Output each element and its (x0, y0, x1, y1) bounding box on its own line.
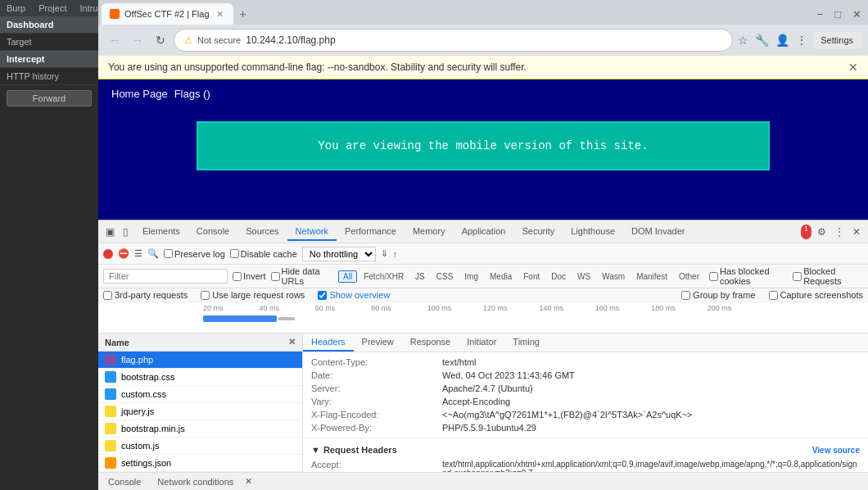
filter-wasm[interactable]: Wasm (597, 270, 630, 283)
extension-icon[interactable]: 🔧 (753, 32, 771, 48)
back-button[interactable]: ← (105, 30, 124, 50)
subtab-initiator[interactable]: Initiator (459, 333, 504, 352)
file-item-customcss[interactable]: custom.css (98, 386, 302, 403)
tab-network[interactable]: Network (287, 223, 337, 241)
bottom-close-icon[interactable]: ✕ (245, 476, 252, 487)
record-button[interactable] (103, 249, 113, 259)
sidebar-item-http-history[interactable]: HTTP history (0, 68, 98, 85)
tab-application[interactable]: Application (454, 223, 514, 241)
x-powered-key: X-Powered-By: (311, 423, 442, 433)
warning-close-button[interactable]: ✕ (848, 61, 858, 74)
timeline-label-100: 100 ms (427, 304, 483, 312)
view-source-link[interactable]: View source (812, 446, 860, 455)
tab-console[interactable]: Console (188, 223, 237, 241)
webpage-nav-flags[interactable]: Flags () (174, 86, 217, 102)
tab-memory[interactable]: Memory (405, 223, 454, 241)
filter-css[interactable]: CSS (432, 270, 459, 283)
subtab-response[interactable]: Response (402, 333, 459, 352)
filter-input[interactable] (103, 269, 228, 284)
devtools-settings-icon[interactable]: ⚙ (815, 225, 829, 239)
blocked-requests-checkbox[interactable]: Blocked Requests (793, 266, 863, 286)
bottom-tab-console[interactable]: Console (103, 475, 146, 488)
search-button[interactable]: 🔍 (147, 248, 159, 259)
has-blocked-cookies-checkbox[interactable]: Has blocked cookies (709, 266, 788, 286)
capture-screenshots-checkbox[interactable]: Capture screenshots (769, 290, 864, 300)
url-input[interactable] (246, 34, 722, 46)
address-bar-wrapper[interactable]: ⚠ Not secure (174, 29, 733, 52)
filter-font[interactable]: Font (518, 270, 545, 283)
filter-js[interactable]: JS (410, 270, 430, 283)
filter-fetchxhr[interactable]: Fetch/XHR (359, 270, 409, 283)
filter-ws[interactable]: WS (572, 270, 595, 283)
new-tab-button[interactable]: + (237, 7, 250, 20)
filter-img[interactable]: Img (459, 270, 483, 283)
large-requests-checkbox[interactable]: Use large request rows (201, 290, 305, 300)
filter-media[interactable]: Media (485, 270, 517, 283)
devtools-tabs: Elements Console Sources Network Perform… (134, 223, 796, 241)
show-overview-checkbox[interactable]: Show overview (318, 290, 390, 300)
clear-button[interactable]: ⛔ (118, 248, 129, 259)
sidebar-item-intercept[interactable]: Intercept (0, 51, 98, 68)
devtools-inspect-icon[interactable]: ▣ (103, 225, 117, 239)
preserve-log-checkbox[interactable]: Preserve log (164, 249, 225, 259)
minimize-button[interactable]: − (814, 7, 827, 22)
third-party-checkbox[interactable]: 3rd-party requests (103, 290, 188, 300)
filter-all[interactable]: All (338, 270, 357, 283)
sidebar-item-target[interactable]: Target (0, 34, 98, 51)
file-item-bootstrapcss[interactable]: bootstrap.css (98, 369, 302, 386)
bottom-tab-network-conditions[interactable]: Network conditions (152, 475, 238, 488)
file-icon-json (105, 457, 116, 469)
throttle-select[interactable]: No throttling (302, 247, 376, 261)
files-panel-close-button[interactable]: ✕ (288, 337, 296, 347)
subtab-timing[interactable]: Timing (504, 333, 548, 352)
tab-close-button[interactable]: ✕ (215, 9, 225, 20)
file-item-settingsjson[interactable]: settings.json (98, 455, 302, 472)
filter-bar: Invert Hide data URLs All Fetch/XHR JS C… (98, 265, 868, 288)
subtab-preview[interactable]: Preview (354, 333, 402, 352)
devtools-close-icon[interactable]: ✕ (850, 225, 863, 239)
filter-manifest[interactable]: Manifest (631, 270, 672, 283)
import-icon[interactable]: ⇓ (381, 248, 388, 259)
forward-button[interactable]: Forward (7, 90, 92, 107)
file-name-bootstrapminjs: bootstrap.min.js (121, 424, 185, 433)
burp-menu-burp[interactable]: Burp (3, 2, 29, 15)
timeline-label-120: 120 ms (483, 304, 539, 312)
filter-doc[interactable]: Doc (546, 270, 571, 283)
burp-menu-project[interactable]: Project (35, 2, 70, 15)
network-toolbar: ⛔ ☰ 🔍 Preserve log Disable cache No thro… (98, 243, 868, 265)
vary-key: Vary: (311, 397, 442, 406)
maximize-button[interactable]: □ (831, 7, 844, 22)
devtools-device-icon[interactable]: ▯ (120, 225, 131, 239)
file-item-jqueryjs[interactable]: jquery.js (98, 403, 302, 420)
profile-icon[interactable]: 👤 (774, 32, 791, 48)
tab-lighthouse[interactable]: Lighthouse (563, 223, 623, 241)
close-window-button[interactable]: ✕ (849, 7, 865, 22)
hide-data-urls-checkbox[interactable]: Hide data URLs (271, 266, 334, 286)
disable-cache-checkbox[interactable]: Disable cache (230, 249, 297, 259)
reload-button[interactable]: ↻ (151, 30, 170, 50)
settings-button[interactable]: Settings (812, 32, 861, 48)
file-icon-js2 (105, 423, 116, 434)
filter-icon[interactable]: ☰ (134, 248, 142, 259)
menu-icon[interactable]: ⋮ (794, 32, 809, 48)
tab-security[interactable]: Security (513, 223, 563, 241)
filter-other[interactable]: Other (674, 270, 704, 283)
group-by-frame-checkbox[interactable]: Group by frame (681, 290, 755, 300)
tab-elements[interactable]: Elements (134, 223, 188, 241)
invert-checkbox[interactable]: Invert (233, 271, 266, 281)
webpage-nav-home[interactable]: Home Page (111, 86, 174, 102)
options-row: 3rd-party requests Use large request row… (98, 288, 868, 302)
file-item-bootstrapminjs[interactable]: bootstrap.min.js (98, 420, 302, 438)
devtools-more-icon[interactable]: ⋮ (832, 225, 847, 239)
subtab-headers[interactable]: Headers (303, 333, 354, 352)
file-item-customjs[interactable]: custom.js (98, 438, 302, 455)
forward-nav-button[interactable]: → (128, 30, 147, 50)
tab-dom-invader[interactable]: DOM Invader (623, 223, 693, 241)
tab-performance[interactable]: Performance (337, 223, 405, 241)
tab-sources[interactable]: Sources (237, 223, 287, 241)
sidebar-item-dashboard[interactable]: Dashboard (0, 16, 98, 34)
browser-tab-active[interactable]: OffSec CTF #2 | Flag ✕ (102, 3, 233, 25)
file-item-flagphp[interactable]: flag.php (98, 352, 302, 369)
bookmark-icon[interactable]: ☆ (736, 32, 750, 48)
export-icon[interactable]: ↑ (393, 249, 398, 259)
